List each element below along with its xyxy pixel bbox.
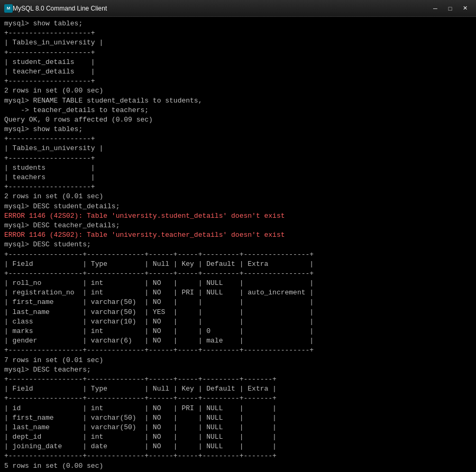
title-bar: M MySQL 8.0 Command Line Client ─ □ ✕: [0, 0, 476, 17]
terminal-output[interactable]: mysql> show tables; +-------------------…: [0, 17, 476, 472]
terminal-line: | teacher_details |: [4, 67, 472, 77]
window-controls: ─ □ ✕: [428, 3, 472, 14]
terminal-line: | students |: [4, 163, 472, 173]
terminal-line: | Tables_in_university |: [4, 38, 472, 48]
terminal-line: | first_name | varchar(50) | NO | | | |: [4, 298, 472, 307]
terminal-line: | teachers |: [4, 173, 472, 182]
terminal-line: +--------------------+: [4, 134, 472, 144]
terminal-line: | joining_date | date | NO | | NULL | |: [4, 442, 472, 451]
minimize-button[interactable]: ─: [428, 3, 442, 14]
terminal-line: | registration_no | int | NO | PRI | NUL…: [4, 288, 472, 298]
terminal-line: +------------------+--------------+-----…: [4, 451, 472, 461]
terminal-line: +------------------+--------------+-----…: [4, 250, 472, 260]
terminal-line: +--------------------+: [4, 182, 472, 192]
terminal-line: 2 rows in set (0.01 sec): [4, 192, 472, 201]
terminal-line: mysql> show tables;: [4, 19, 472, 29]
terminal-line: +--------------------+: [4, 154, 472, 163]
maximize-button[interactable]: □: [443, 3, 457, 14]
terminal-line: mysql> show tables;: [4, 125, 472, 134]
terminal-line: +------------------+--------------+-----…: [4, 375, 472, 384]
terminal-line: | id | int | NO | PRI | NULL | |: [4, 404, 472, 413]
terminal-line: Query OK, 0 rows affected (0.09 sec): [4, 115, 472, 125]
terminal-window: M MySQL 8.0 Command Line Client ─ □ ✕ my…: [0, 0, 476, 472]
terminal-line: +--------------------+: [4, 48, 472, 58]
app-icon: M: [4, 4, 13, 13]
window-title: MySQL 8.0 Command Line Client: [13, 5, 428, 12]
terminal-line: 2 rows in set (0.00 sec): [4, 86, 472, 96]
close-button[interactable]: ✕: [458, 3, 472, 14]
terminal-line: | dept_id | int | NO | | NULL | |: [4, 432, 472, 442]
terminal-line: ERROR 1146 (42S02): Table 'university.te…: [4, 230, 472, 240]
terminal-line: | Field | Type | Null | Key | Default | …: [4, 384, 472, 394]
terminal-line: | Tables_in_university |: [4, 144, 472, 153]
terminal-line: 7 rows in set (0.01 sec): [4, 356, 472, 365]
terminal-line: mysql> DESC teacher_details;: [4, 221, 472, 230]
terminal-line: mysql> RENAME TABLE student_details to s…: [4, 96, 472, 106]
terminal-line: -> teacher_details to teachers;: [4, 106, 472, 115]
terminal-line: | class | varchar(10) | NO | | | |: [4, 317, 472, 327]
terminal-line: 5 rows in set (0.00 sec): [4, 461, 472, 471]
terminal-line: mysql> DESC teachers;: [4, 365, 472, 375]
terminal-line: | last_name | varchar(50) | NO | | NULL …: [4, 423, 472, 432]
terminal-line: | first_name | varchar(50) | NO | | NULL…: [4, 413, 472, 423]
terminal-line: | student_details |: [4, 58, 472, 67]
terminal-line: +--------------------+: [4, 77, 472, 86]
terminal-line: ERROR 1146 (42S02): Table 'university.st…: [4, 211, 472, 221]
terminal-line: | marks | int | NO | | 0 | |: [4, 327, 472, 336]
terminal-line: | Field | Type | Null | Key | Default | …: [4, 260, 472, 269]
terminal-line: | last_name | varchar(50) | YES | | | |: [4, 308, 472, 317]
terminal-line: | gender | varchar(6) | NO | | male | |: [4, 336, 472, 346]
terminal-line: | roll_no | int | NO | | NULL | |: [4, 279, 472, 288]
terminal-line: mysql> DESC student_details;: [4, 202, 472, 211]
terminal-line: +--------------------+: [4, 29, 472, 38]
terminal-line: +------------------+--------------+-----…: [4, 346, 472, 355]
terminal-line: +------------------+--------------+-----…: [4, 269, 472, 279]
terminal-line: +------------------+--------------+-----…: [4, 394, 472, 403]
terminal-line: mysql> DESC students;: [4, 240, 472, 249]
